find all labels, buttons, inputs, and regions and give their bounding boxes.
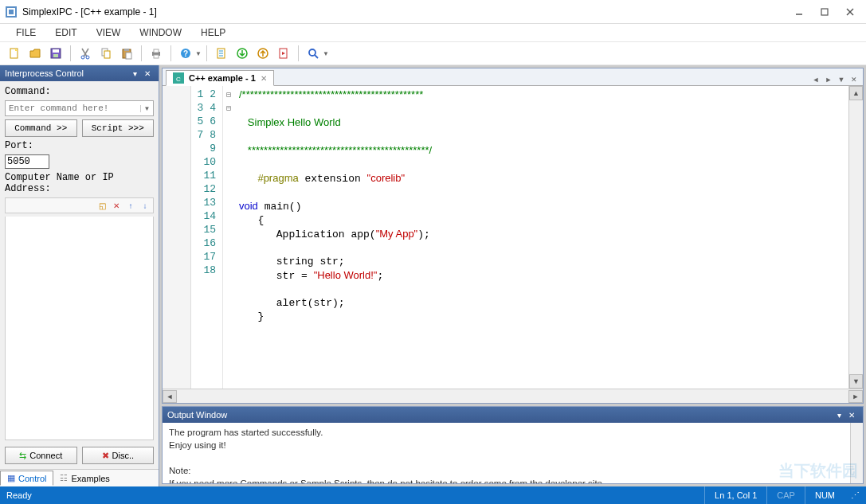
menu-file[interactable]: FILE	[8, 25, 44, 40]
command-combo[interactable]: ▼	[5, 100, 154, 116]
svg-rect-20	[154, 55, 159, 58]
paste-icon[interactable]	[117, 44, 136, 63]
delete-icon[interactable]: ✕	[110, 199, 123, 212]
cpp-file-icon: C	[173, 72, 184, 84]
menu-window[interactable]: WINDOW	[131, 25, 190, 40]
ipc-panel-header: Interprocess Control ▾ ✕	[0, 65, 159, 81]
right-panel: C C++ example - 1 ✕ ◄ ► ▼ ✕ 1 2 3 4 5 6 …	[159, 65, 866, 486]
copy-icon[interactable]	[96, 44, 116, 63]
status-ready: Ready	[6, 490, 704, 500]
new-doc-icon[interactable]	[212, 44, 231, 63]
output-vertical-scrollbar[interactable]	[850, 423, 863, 483]
cut-icon[interactable]	[76, 44, 95, 63]
minimize-button[interactable]	[788, 4, 810, 20]
script-button[interactable]: Script >>>	[82, 119, 155, 137]
tab-control[interactable]: ▦Control	[0, 471, 53, 486]
search-icon[interactable]	[304, 44, 323, 63]
exec-icon[interactable]	[274, 44, 293, 63]
scroll-left-icon[interactable]: ◄	[163, 390, 177, 403]
svg-point-12	[86, 56, 89, 59]
ipc-panel-title: Interprocess Control	[5, 68, 128, 78]
tab-prev-icon[interactable]: ◄	[810, 74, 821, 85]
tab-next-icon[interactable]: ►	[823, 74, 834, 85]
editor-horizontal-scrollbar[interactable]: ◄ ►	[163, 389, 863, 403]
line-number-gutter: 1 2 3 4 5 6 7 8 9 10 11 12 13 14 15 16 1…	[191, 86, 223, 389]
dropdown-icon[interactable]: ▼	[323, 50, 329, 57]
menu-bar: FILE EDIT VIEW WINDOW HELP	[0, 24, 866, 41]
save-icon[interactable]	[46, 44, 65, 63]
svg-point-30	[309, 49, 315, 56]
separator	[70, 45, 71, 61]
separator	[170, 45, 171, 61]
svg-rect-2	[9, 10, 14, 14]
maximize-button[interactable]	[813, 4, 836, 20]
menu-edit[interactable]: EDIT	[47, 25, 84, 40]
control-tab-icon: ▦	[7, 473, 15, 483]
svg-rect-16	[124, 49, 129, 51]
move-down-icon[interactable]: ↓	[139, 199, 151, 212]
scroll-up-icon[interactable]: ▲	[849, 86, 863, 100]
run-down-icon[interactable]	[233, 44, 252, 63]
title-bar: SimplexIPC - [C++ example - 1]	[0, 0, 866, 24]
svg-rect-4	[821, 9, 828, 15]
editor-tab-strip: C C++ example - 1 ✕ ◄ ► ▼ ✕	[163, 68, 863, 86]
output-text[interactable]: The program has started successfully.Enj…	[163, 423, 863, 483]
svg-rect-10	[53, 54, 58, 57]
panel-pin-icon[interactable]: ▾	[833, 408, 845, 421]
disconnect-button[interactable]: ✖Disc..	[82, 447, 155, 464]
svg-rect-14	[104, 51, 110, 58]
command-input[interactable]	[6, 104, 140, 113]
scroll-down-icon[interactable]: ▼	[849, 374, 863, 389]
svg-rect-19	[154, 49, 159, 53]
command-label: Command:	[5, 86, 154, 97]
code-area[interactable]: /***************************************…	[234, 86, 848, 389]
editor-tab-label: C++ example - 1	[189, 73, 256, 83]
scroll-right-icon[interactable]: ►	[848, 390, 863, 403]
add-icon[interactable]: ◱	[96, 199, 108, 212]
connect-icon: ⇆	[19, 451, 26, 461]
status-cap: CAP	[766, 486, 805, 504]
combo-dropdown-icon[interactable]: ▼	[140, 105, 153, 112]
svg-line-31	[315, 55, 318, 58]
address-list[interactable]	[5, 217, 154, 440]
command-button[interactable]: Command >>	[5, 119, 77, 137]
close-button[interactable]	[839, 4, 861, 20]
svg-text:C: C	[176, 76, 181, 83]
status-bar: Ready Ln 1, Col 1 CAP NUM ⋰	[0, 486, 866, 504]
tab-examples[interactable]: ☷Examples	[53, 471, 116, 485]
print-icon[interactable]	[147, 44, 166, 63]
connect-button[interactable]: ⇆Connect	[5, 447, 77, 464]
menu-view[interactable]: VIEW	[88, 25, 129, 40]
tab-close-icon[interactable]: ✕	[261, 74, 267, 83]
new-file-icon[interactable]	[5, 44, 24, 63]
svg-point-11	[81, 56, 84, 59]
editor-tab[interactable]: C C++ example - 1 ✕	[166, 70, 274, 86]
fold-column[interactable]: ⊟ ⊟	[223, 86, 234, 389]
separator	[206, 45, 207, 61]
panel-pin-icon[interactable]: ▾	[128, 67, 141, 80]
status-grip-icon[interactable]: ⋰	[844, 486, 860, 504]
open-folder-icon[interactable]	[25, 44, 45, 63]
toolbar: ? ▼ ▼	[0, 41, 866, 65]
help-icon[interactable]: ?	[176, 44, 195, 63]
output-panel-header: Output Window ▾ ✕	[163, 407, 863, 423]
address-label: Computer Name or IP Address:	[5, 172, 154, 194]
tab-close-all-icon[interactable]: ✕	[848, 74, 860, 85]
menu-help[interactable]: HELP	[193, 25, 233, 40]
output-pane: Output Window ▾ ✕ The program has starte…	[162, 406, 864, 484]
panel-close-icon[interactable]: ✕	[141, 67, 154, 80]
margin-column	[163, 86, 191, 389]
run-up-icon[interactable]	[253, 44, 272, 63]
editor-vertical-scrollbar[interactable]: ▲ ▼	[848, 86, 863, 389]
dropdown-icon[interactable]: ▼	[195, 50, 202, 57]
panel-close-icon[interactable]: ✕	[845, 408, 858, 421]
tab-menu-icon[interactable]: ▼	[836, 74, 847, 85]
move-up-icon[interactable]: ↑	[124, 199, 137, 212]
examples-tab-icon: ☷	[60, 473, 68, 483]
code-editor[interactable]: 1 2 3 4 5 6 7 8 9 10 11 12 13 14 15 16 1…	[163, 86, 863, 389]
left-panel: Interprocess Control ▾ ✕ Command: ▼ Comm…	[0, 65, 159, 486]
editor-pane: C C++ example - 1 ✕ ◄ ► ▼ ✕ 1 2 3 4 5 6 …	[162, 68, 864, 404]
port-input[interactable]	[5, 154, 49, 169]
window-title: SimplexIPC - [C++ example - 1]	[22, 6, 788, 18]
output-panel-title: Output Window	[167, 410, 833, 420]
